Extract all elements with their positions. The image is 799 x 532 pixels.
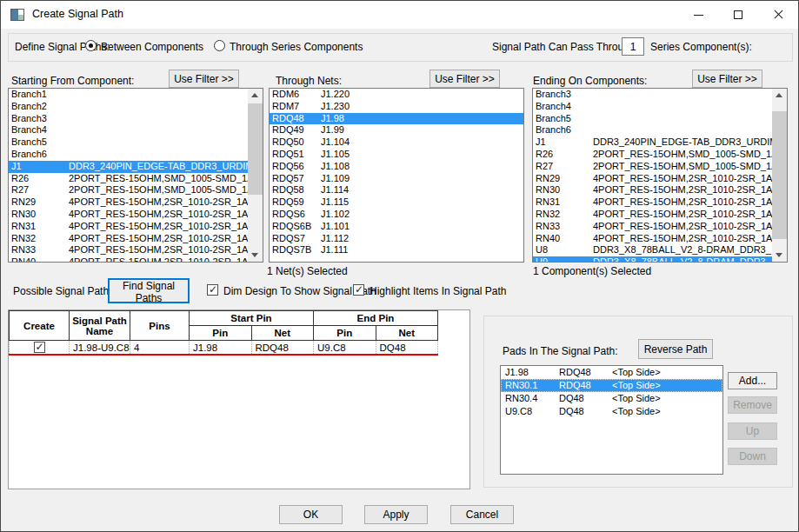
scrollbar-thumb[interactable] — [772, 111, 787, 239]
through-series-components-radio[interactable] — [214, 40, 225, 51]
ending-component-item[interactable]: R272PORT_RES-15OHM,SMD_1005-SMD_1A — [533, 161, 772, 173]
apply-button[interactable]: Apply — [364, 505, 428, 524]
pads-list[interactable]: J1.98RDQ48<Top Side> RN30.1RDQ48<Top Sid… — [500, 365, 723, 475]
series-count-input[interactable] — [622, 37, 644, 56]
starting-list-scrollbar[interactable] — [248, 89, 263, 262]
net-item[interactable]: RDM7J1.230 — [270, 101, 523, 113]
ending-component-item[interactable]: U9DDR3_X8_78BALL_V2_8-DRAM_DDR3 — [533, 256, 772, 263]
ending-component-item[interactable]: RN334PORT_RES-15OHM,2SR_1010-2SR_1A — [533, 221, 772, 233]
component-refdes: Branch3 — [536, 89, 593, 101]
starting-component-item[interactable]: RN334PORT_RES-15OHM,2SR_1010-2SR_1A — [9, 244, 248, 256]
ending-list-scrollbar[interactable] — [772, 89, 787, 262]
net-item[interactable]: RDQ50J1.104 — [270, 136, 523, 149]
possible-signal-paths-label: Possible Signal Paths: — [13, 285, 117, 297]
dim-design-checkbox[interactable] — [207, 284, 218, 296]
through-nets-list[interactable]: RDM6J1.220 RDM7J1.230 RDQ48J1.98 RDQ49J1… — [269, 88, 524, 263]
scroll-up-icon[interactable] — [772, 89, 787, 103]
net-item[interactable]: RDQ59J1.115 — [270, 196, 523, 209]
ending-component-item[interactable]: Branch5 — [533, 113, 772, 125]
use-filter-button-nets[interactable]: Use Filter >> — [429, 70, 500, 88]
net-item[interactable]: RDQ49J1.99 — [270, 124, 523, 136]
between-components-radio[interactable] — [85, 40, 97, 51]
scrollbar-thumb[interactable] — [248, 103, 263, 195]
net-item[interactable]: RDQ57J1.109 — [270, 173, 523, 185]
component-refdes: Branch4 — [536, 101, 593, 113]
net-name: RDQS6B — [272, 221, 321, 233]
starting-component-item[interactable]: Branch4 — [9, 124, 248, 136]
starting-components-list[interactable]: Branch1 Branch2 Branch3 Branch4 Branch5 … — [8, 88, 263, 263]
add-pad-button[interactable]: Add... — [728, 372, 777, 389]
component-partname: DDR3_240PIN_EDGE-TAB_DDR3_URDIM — [593, 136, 772, 147]
cancel-button[interactable]: Cancel — [450, 505, 514, 524]
ending-component-item[interactable]: Branch4 — [533, 101, 772, 113]
scroll-down-icon[interactable] — [772, 248, 787, 262]
remove-pad-button[interactable]: Remove — [728, 396, 777, 414]
ending-component-item[interactable]: Branch3 — [533, 89, 772, 101]
reverse-path-button[interactable]: Reverse Path — [638, 339, 713, 359]
ending-component-item[interactable]: R262PORT_RES-15OHM,SMD_1005-SMD_1A — [533, 149, 772, 161]
component-refdes: RN32 — [11, 233, 69, 245]
starting-component-item[interactable]: Branch2 — [9, 101, 248, 113]
starting-component-item[interactable]: RN304PORT_RES-15OHM,2SR_1010-2SR_1A — [9, 209, 248, 221]
move-down-button[interactable]: Down — [728, 448, 777, 465]
ending-component-item[interactable]: RN314PORT_RES-15OHM,2SR_1010-2SR_1A — [533, 196, 772, 209]
starting-component-item[interactable]: R272PORT_RES-15OHM,SMD_1005-SMD_1A — [9, 184, 248, 196]
ending-component-item[interactable]: RN304PORT_RES-15OHM,2SR_1010-2SR_1A — [533, 184, 772, 196]
ending-component-item[interactable]: RN324PORT_RES-15OHM,2SR_1010-2SR_1A — [533, 209, 772, 221]
move-up-button[interactable]: Up — [728, 422, 777, 440]
highlight-items-checkbox[interactable] — [353, 284, 364, 296]
scroll-down-icon[interactable] — [248, 248, 263, 262]
ok-button[interactable]: OK — [279, 505, 343, 524]
starting-component-item[interactable]: Branch3 — [9, 113, 248, 125]
net-item[interactable]: RDQS7J1.112 — [270, 233, 523, 245]
ending-component-item[interactable]: RN294PORT_RES-15OHM,2SR_1010-2SR_1A — [533, 173, 772, 185]
starting-component-item[interactable]: Branch6 — [9, 149, 248, 161]
highlight-items-label[interactable]: Highlight Items In Signal Path — [370, 285, 506, 297]
pass-through-label: Signal Path Can Pass Through: — [492, 41, 638, 53]
pad-item[interactable]: U9.C8DQ48<Top Side> — [501, 405, 722, 418]
net-item[interactable]: RDQ51J1.105 — [270, 149, 523, 161]
starting-component-item[interactable]: J1DDR3_240PIN_EDGE-TAB_DDR3_URDIM — [9, 161, 248, 173]
net-item[interactable]: RDQ48J1.98 — [270, 113, 523, 125]
starting-component-item[interactable]: RN294PORT_RES-15OHM,2SR_1010-2SR_1A — [9, 196, 248, 209]
net-item[interactable]: RDQS6J1.102 — [270, 209, 523, 221]
net-item[interactable]: RDQ58J1.114 — [270, 184, 523, 196]
close-button[interactable] — [758, 1, 798, 29]
signal-path-row[interactable]: J1.98-U9.C8 4 J1.98 RDQ48 U9.C8 DQ48 — [10, 341, 438, 356]
pad-item[interactable]: J1.98RDQ48<Top Side> — [501, 366, 722, 379]
starting-component-item[interactable]: RN324PORT_RES-15OHM,2SR_1010-2SR_1A — [9, 233, 248, 245]
component-refdes: RN30 — [11, 209, 69, 221]
net-item[interactable]: RDQS7BJ1.111 — [270, 244, 523, 256]
starting-component-item[interactable]: Branch5 — [9, 136, 248, 149]
through-series-components-label[interactable]: Through Series Components — [230, 41, 363, 53]
ending-component-item[interactable]: U8DDR3_X8_78BALL_V2_8-DRAM_DDR3_ — [533, 244, 772, 256]
ending-component-item[interactable]: Branch6 — [533, 124, 772, 136]
starting-component-item[interactable]: R262PORT_RES-15OHM,SMD_1005-SMD_1A — [9, 173, 248, 185]
use-filter-button-ending[interactable]: Use Filter >> — [692, 70, 762, 88]
starting-component-item[interactable]: Branch1 — [9, 89, 248, 101]
maximize-button[interactable] — [718, 1, 758, 29]
starting-component-item[interactable]: RN404PORT_RES-15OHM,2SR_1010-2SR_1A — [9, 256, 248, 263]
pad-item[interactable]: RN30.4DQ48<Top Side> — [501, 392, 722, 405]
net-item[interactable]: RDQ56J1.108 — [270, 161, 523, 173]
net-pin: J1.230 — [321, 101, 350, 111]
find-signal-paths-button[interactable]: Find Signal Paths — [108, 278, 190, 303]
component-refdes: RN33 — [536, 221, 593, 233]
ending-component-item[interactable]: J1DDR3_240PIN_EDGE-TAB_DDR3_URDIM — [533, 136, 772, 149]
between-components-label[interactable]: Between Components — [101, 41, 203, 53]
component-partname: 2PORT_RES-15OHM,SMD_1005-SMD_1A — [593, 161, 772, 171]
starting-component-item[interactable]: RN314PORT_RES-15OHM,2SR_1010-2SR_1A — [9, 221, 248, 233]
create-path-checkbox[interactable] — [34, 342, 45, 353]
net-item[interactable]: RDM6J1.220 — [270, 89, 523, 101]
component-refdes: J1 — [536, 136, 593, 149]
ending-components-list[interactable]: Branch3 Branch4 Branch5 Branch6 J1DDR3_2… — [532, 88, 788, 263]
use-filter-button-starting[interactable]: Use Filter >> — [169, 70, 239, 88]
pad-item[interactable]: RN30.1RDQ48<Top Side> — [501, 379, 722, 392]
ending-component-item[interactable]: RN404PORT_RES-15OHM,2SR_1010-2SR_1A — [533, 233, 772, 245]
net-item[interactable]: RDQS6BJ1.101 — [270, 221, 523, 233]
minimize-button[interactable] — [678, 1, 718, 29]
component-refdes: R27 — [536, 161, 593, 173]
start-net-cell: RDQ48 — [251, 341, 314, 356]
scroll-up-icon[interactable] — [248, 89, 263, 103]
pad-pin: RN30.4 — [505, 392, 559, 405]
